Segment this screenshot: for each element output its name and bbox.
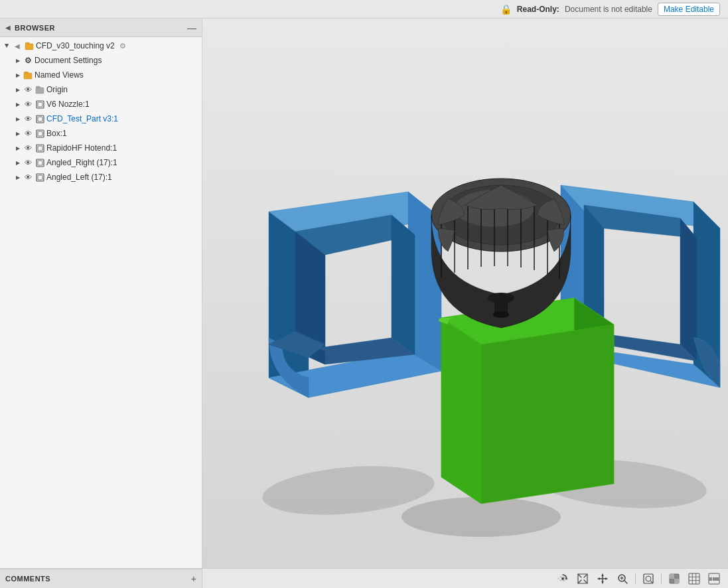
box-arrow[interactable]: ▶: [13, 129, 23, 138]
more-options-button[interactable]: [705, 571, 723, 586]
tree-item-doc-settings[interactable]: ▶ ⚙ Document Settings: [0, 53, 202, 68]
read-only-label: Read-Only:: [517, 5, 559, 14]
origin-eye-icon[interactable]: 👁: [23, 84, 33, 95]
tree-item-box[interactable]: ▶ 👁 Box:1: [0, 126, 202, 141]
svg-line-44: [651, 581, 652, 582]
svg-rect-54: [709, 577, 712, 581]
root-expand-icon: ◀: [12, 40, 23, 51]
viewport-toolbar: [202, 571, 728, 586]
svg-point-34: [493, 311, 509, 318]
angled-right-label: Angled_Right (17):1: [46, 158, 117, 167]
root-folder-icon: [24, 40, 35, 51]
zoom-fit-icon: [642, 573, 654, 585]
top-bar: 🔒 Read-Only: Document is not editable Ma…: [0, 0, 728, 19]
orbit-tool-button[interactable]: [554, 571, 571, 586]
angled-left-label: Angled_Left (17):1: [46, 173, 112, 182]
main-area: ◀ BROWSER — ▶ ◀ CFD_v30_touching v2 ⚙: [0, 19, 728, 568]
tree-root-arrow[interactable]: ▶: [3, 41, 12, 50]
comments-expand-button[interactable]: +: [191, 573, 196, 584]
sidebar: ◀ BROWSER — ▶ ◀ CFD_v30_touching v2 ⚙: [0, 19, 202, 568]
tree-item-angled-left[interactable]: ▶ 👁 Angled_Left (17):1: [0, 170, 202, 184]
browser-title: BROWSER: [15, 24, 55, 32]
make-editable-button[interactable]: Make Editable: [658, 3, 720, 16]
zoom-icon: [617, 573, 628, 585]
tree-item-cfd-test-part[interactable]: ▶ 👁 CFD_Test_Part v3:1: [0, 111, 202, 126]
box-label: Box:1: [46, 129, 67, 138]
named-views-folder-icon: [23, 70, 33, 80]
bottom-bar: COMMENTS +: [0, 568, 728, 588]
svg-rect-4: [38, 102, 42, 107]
svg-rect-46: [670, 574, 674, 579]
svg-line-39: [624, 581, 627, 583]
svg-point-35: [561, 577, 564, 580]
zoom-fit-button[interactable]: [640, 571, 657, 586]
tree-area: ▶ ◀ CFD_v30_touching v2 ⚙ ▶ ⚙ Document S…: [0, 37, 202, 568]
svg-rect-8: [38, 131, 42, 136]
pan-icon: [597, 573, 609, 585]
tree-item-origin[interactable]: ▶ 👁 Origin: [0, 82, 202, 97]
doc-not-editable-text: Document is not editable: [565, 5, 652, 14]
3d-viewport[interactable]: [202, 19, 728, 568]
cfd-test-arrow[interactable]: ▶: [13, 114, 23, 123]
zoom-tool-button[interactable]: [614, 571, 631, 586]
v6-nozzle-eye-icon[interactable]: 👁: [23, 99, 33, 110]
svg-point-43: [646, 576, 651, 581]
tree-item-v6-nozzle[interactable]: ▶ 👁 V6 Nozzle:1: [0, 97, 202, 111]
browser-header-left: ◀ BROWSER: [5, 24, 55, 32]
rapidohf-label: RapidoHF Hotend:1: [46, 143, 117, 153]
tree-item-rapidohf[interactable]: ▶ 👁 RapidoHF Hotend:1: [0, 141, 202, 155]
browser-collapse-button[interactable]: —: [187, 23, 196, 33]
angled-left-component-icon: [35, 172, 45, 183]
green-box: [439, 298, 614, 504]
svg-rect-1: [24, 73, 32, 79]
orbit-icon: [557, 573, 569, 585]
angled-left-eye-icon[interactable]: 👁: [23, 172, 33, 183]
box-eye-icon[interactable]: 👁: [23, 128, 33, 139]
pan-tool-button[interactable]: [594, 571, 611, 586]
toolbar-separator-2: [661, 573, 662, 584]
scene-svg: [202, 19, 728, 568]
v6-nozzle-component-icon: [35, 99, 45, 110]
doc-settings-label: Document Settings: [35, 56, 102, 65]
tree-item-angled-right[interactable]: ▶ 👁 Angled_Right (17):1: [0, 155, 202, 170]
svg-rect-6: [38, 117, 42, 121]
browser-header: ◀ BROWSER —: [0, 19, 202, 37]
cfd-test-eye-icon[interactable]: 👁: [23, 113, 33, 124]
angled-right-eye-icon[interactable]: 👁: [23, 157, 33, 168]
tree-item-named-views[interactable]: ▶ Named Views: [0, 68, 202, 82]
v6-nozzle-arrow[interactable]: ▶: [13, 100, 23, 109]
tree-root-item[interactable]: ▶ ◀ CFD_v30_touching v2 ⚙: [0, 38, 202, 53]
box-component-icon: [35, 128, 45, 139]
display-mode-button[interactable]: [666, 571, 683, 586]
named-views-arrow[interactable]: ▶: [13, 70, 23, 80]
v6-nozzle-label: V6 Nozzle:1: [46, 100, 90, 109]
angled-right-component-icon: [35, 157, 45, 168]
rapidohf-eye-icon[interactable]: 👁: [23, 143, 33, 153]
fit-tool-button[interactable]: [574, 571, 591, 586]
cfd-test-component-icon: [35, 113, 45, 124]
origin-label: Origin: [46, 85, 68, 94]
grid-icon: [688, 573, 700, 585]
more-options-icon: [708, 573, 720, 585]
svg-rect-2: [36, 88, 44, 94]
comments-label: COMMENTS: [5, 575, 50, 583]
svg-rect-14: [38, 175, 42, 180]
angled-left-arrow[interactable]: ▶: [13, 173, 23, 182]
svg-rect-55: [713, 577, 716, 581]
origin-folder-icon: [35, 84, 45, 95]
display-mode-icon: [668, 573, 680, 585]
root-label: CFD_v30_touching v2: [36, 41, 115, 50]
svg-rect-10: [38, 146, 42, 151]
toolbar-separator-1: [635, 573, 636, 584]
origin-arrow[interactable]: ▶: [13, 85, 23, 94]
comments-section: COMMENTS +: [0, 569, 202, 589]
svg-rect-56: [716, 577, 719, 581]
rapidohf-component-icon: [35, 143, 45, 153]
svg-rect-48: [689, 573, 699, 584]
grid-button[interactable]: [686, 571, 703, 586]
svg-rect-0: [25, 44, 33, 50]
doc-settings-arrow[interactable]: ▶: [13, 56, 23, 65]
rapidohf-arrow[interactable]: ▶: [13, 143, 23, 153]
collapse-all-icon[interactable]: ◀: [5, 24, 11, 31]
angled-right-arrow[interactable]: ▶: [13, 158, 23, 167]
